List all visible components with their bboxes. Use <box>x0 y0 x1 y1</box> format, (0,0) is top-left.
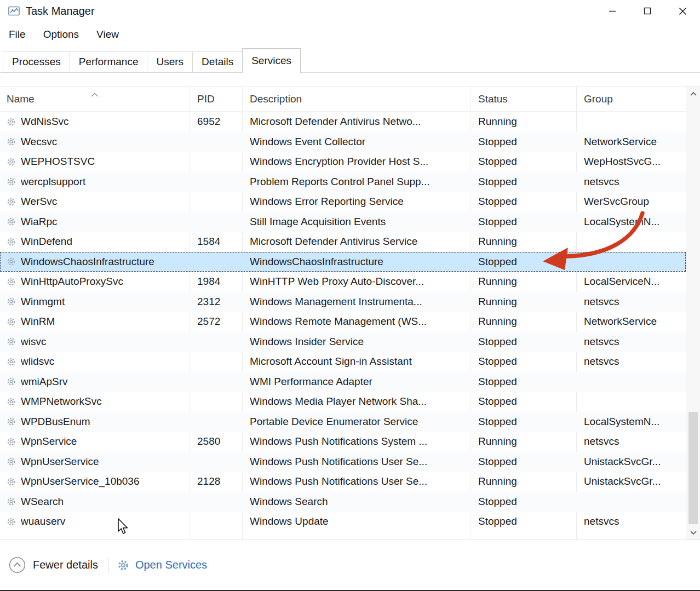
service-group: netsvcs <box>577 296 686 308</box>
service-name: wercplsupport <box>21 176 85 188</box>
column-header-status[interactable]: Status <box>471 93 577 105</box>
service-group: netsvcs <box>577 435 686 447</box>
service-table-row[interactable]: wmiApSrv WMI Performance Adapter Stopped <box>0 372 686 392</box>
service-name: WindowsChaosInfrastructure <box>21 256 154 268</box>
service-description: WMI Performance Adapter <box>243 376 471 388</box>
service-status: Stopped <box>471 156 577 168</box>
service-name: WinDefend <box>21 236 72 248</box>
tab-users[interactable]: Users <box>147 51 193 72</box>
service-name: WinHttpAutoProxySvc <box>21 276 123 288</box>
service-table-row[interactable]: WpnUserService Windows Push Notification… <box>0 452 686 472</box>
service-gear-icon <box>7 377 16 386</box>
tab-content-spacer <box>0 73 700 86</box>
service-table-row[interactable]: wisvc Windows Insider Service Stopped ne… <box>0 332 686 352</box>
service-table-row[interactable]: WdNisSvc 6952 Microsoft Defender Antivir… <box>0 112 686 132</box>
service-description: Windows Push Notifications User Se... <box>243 456 471 468</box>
tab-services[interactable]: Services <box>242 48 301 73</box>
service-table-row[interactable]: WindowsChaosInfrastructure WindowsChaosI… <box>0 252 686 272</box>
service-table-row[interactable]: WSearch Windows Search Stopped <box>0 492 686 512</box>
service-name: WEPHOSTSVC <box>21 156 95 168</box>
menu-options[interactable]: Options <box>42 26 80 43</box>
service-gear-icon <box>7 277 16 286</box>
service-group: UnistackSvcGr... <box>577 475 686 487</box>
service-pid: 2312 <box>190 296 243 308</box>
service-table-row[interactable]: WpnService 2580 Windows Push Notificatio… <box>0 432 686 452</box>
service-status: Stopped <box>471 355 577 368</box>
service-description: Still Image Acquisition Events <box>243 216 471 228</box>
scrollbar-thumb[interactable] <box>688 412 698 524</box>
tab-processes[interactable]: Processes <box>3 51 70 72</box>
service-table-row[interactable]: wuauserv Windows Update Stopped netsvcs <box>0 512 686 532</box>
service-status: Stopped <box>471 395 577 408</box>
fewer-details-label: Fewer details <box>33 559 98 571</box>
service-status: Running <box>471 315 577 328</box>
service-description: Windows Update <box>243 515 471 527</box>
service-table-row[interactable]: WiaRpc Still Image Acquisition Events St… <box>0 212 686 232</box>
tab-details[interactable]: Details <box>192 51 243 72</box>
service-description: Problem Reports Control Panel Supp... <box>243 176 471 188</box>
service-name: WpnUserService <box>21 456 99 468</box>
service-table-row[interactable]: wercplsupport Problem Reports Control Pa… <box>0 172 686 192</box>
service-status: Stopped <box>471 196 577 208</box>
scrollbar-down-button[interactable] <box>686 525 700 540</box>
service-table-row[interactable]: WMPNetworkSvc Windows Media Player Netwo… <box>0 392 686 412</box>
close-button[interactable] <box>665 0 700 22</box>
menu-bar: File Options View <box>0 22 700 47</box>
service-gear-icon <box>7 477 16 486</box>
service-gear-icon <box>7 457 16 466</box>
service-table-row[interactable]: WpnUserService_10b036 2128 Windows Push … <box>0 472 686 492</box>
task-manager-icon <box>8 5 20 18</box>
maximize-button[interactable] <box>630 0 665 22</box>
tab-performance[interactable]: Performance <box>70 51 148 72</box>
service-name: Wecsvc <box>21 136 57 148</box>
scrollbar[interactable] <box>686 87 700 540</box>
service-pid: 6952 <box>190 116 243 128</box>
service-gear-icon <box>7 217 16 226</box>
open-services-link[interactable]: Open Services <box>117 559 207 571</box>
service-group: netsvcs <box>577 515 686 527</box>
service-status: Running <box>471 296 577 308</box>
chevron-up-circle-icon <box>9 556 26 573</box>
window-title: Task Manager <box>26 5 95 18</box>
tab-strip: Processes Performance Users Details Serv… <box>0 47 700 73</box>
table-header: Name PID Description Status Group <box>0 87 686 112</box>
scrollbar-up-button[interactable] <box>686 87 700 101</box>
window-controls <box>595 0 700 22</box>
menu-view[interactable]: View <box>95 26 120 43</box>
service-description: WindowsChaosInfrastructure <box>243 256 471 268</box>
service-description: Windows Management Instrumenta... <box>243 296 471 308</box>
service-table-row[interactable]: WPDBusEnum Portable Device Enumerator Se… <box>0 412 686 432</box>
service-gear-icon <box>7 117 16 127</box>
service-table-row[interactable]: WEPHOSTSVC Windows Encryption Provider H… <box>0 152 686 172</box>
service-table-row[interactable]: WinHttpAutoProxySvc 1984 WinHTTP Web Pro… <box>0 272 686 292</box>
column-header-pid[interactable]: PID <box>190 93 243 105</box>
service-name: WdNisSvc <box>21 116 69 128</box>
service-description: Windows Push Notifications System ... <box>243 435 471 447</box>
service-table-row[interactable]: WinRM 2572 Windows Remote Management (WS… <box>0 312 686 332</box>
service-table-row[interactable]: WinDefend 1584 Microsoft Defender Antivi… <box>0 232 686 252</box>
service-status: Stopped <box>471 515 577 527</box>
minimize-button[interactable] <box>595 0 630 22</box>
service-gear-icon <box>7 177 16 186</box>
service-name: Winmgmt <box>21 296 65 308</box>
service-description: Windows Media Player Network Sha... <box>243 395 471 408</box>
service-table-row[interactable]: WerSvc Windows Error Reporting Service S… <box>0 192 686 212</box>
service-description: WinHTTP Web Proxy Auto-Discover... <box>243 276 471 288</box>
service-pid: 2128 <box>190 475 243 487</box>
service-table-row[interactable]: Winmgmt 2312 Windows Management Instrume… <box>0 292 686 312</box>
footer-bar: Fewer details Open Services <box>0 540 700 590</box>
service-description: Windows Push Notifications User Se... <box>243 475 471 487</box>
service-status: Stopped <box>471 136 577 148</box>
service-table-row[interactable]: Wecsvc Windows Event Collector Stopped N… <box>0 132 686 152</box>
fewer-details-button[interactable]: Fewer details <box>9 556 98 573</box>
service-status: Running <box>471 435 577 447</box>
service-description: Windows Error Reporting Service <box>243 196 471 208</box>
service-name: WPDBusEnum <box>21 416 90 428</box>
column-header-description[interactable]: Description <box>243 93 471 105</box>
service-gear-icon <box>7 397 16 406</box>
service-description: Microsoft Defender Antivirus Service <box>243 236 471 248</box>
service-table-row[interactable]: wlidsvc Microsoft Account Sign-in Assist… <box>0 352 686 372</box>
menu-file[interactable]: File <box>8 26 27 43</box>
column-header-group[interactable]: Group <box>577 93 686 105</box>
service-status: Stopped <box>471 416 577 428</box>
